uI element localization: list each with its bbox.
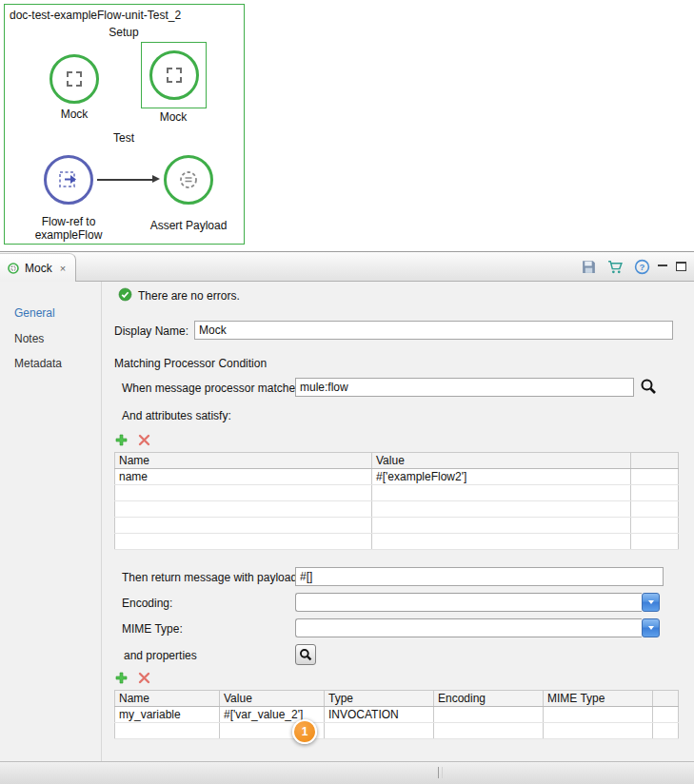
attributes-table: Name Value name #['exampleFlow2']: [114, 452, 679, 550]
payload-input[interactable]: [295, 567, 664, 586]
status-bar: [0, 761, 694, 784]
search-icon[interactable]: [640, 378, 657, 395]
column-header-name[interactable]: Name: [115, 453, 372, 469]
mock-node-1[interactable]: [50, 54, 99, 104]
attributes-label: And attributes satisfy:: [122, 409, 231, 422]
mime-type-label: MIME Type:: [122, 622, 183, 636]
attributes-table-header-row: Name Value: [115, 453, 679, 469]
flow-ref-icon: [44, 155, 93, 205]
mime-type-dropdown-button[interactable]: [642, 618, 660, 637]
mock-node-2-label: Mock: [145, 111, 202, 125]
table-row[interactable]: [115, 723, 679, 739]
display-name-input[interactable]: [194, 321, 673, 340]
cell-name[interactable]: my_variable: [115, 707, 220, 723]
status-message: There are no errors.: [138, 289, 240, 303]
flow-title: doc-test-exampleFlow-unit-Test_2: [10, 9, 181, 22]
mock-node-1-label: Mock: [46, 108, 103, 122]
properties-table-header-row: Name Value Type Encoding MIME Type: [115, 691, 679, 707]
display-name-label: Display Name:: [114, 324, 188, 338]
plus-icon: [115, 672, 128, 684]
column-header-encoding[interactable]: Encoding: [434, 691, 544, 707]
properties-table: Name Value Type Encoding MIME Type my_va…: [114, 690, 679, 739]
mock-icon: [50, 54, 99, 104]
properties-view: Mock × ?: [0, 251, 694, 761]
mock-inner-icon: [67, 71, 82, 87]
cell-name[interactable]: name: [115, 469, 372, 485]
column-header-name[interactable]: Name: [115, 691, 220, 707]
annotation-badge-1: 1: [292, 719, 317, 744]
flow-ref-glyph: [56, 167, 81, 192]
help-icon[interactable]: ?: [634, 259, 650, 275]
column-header-type[interactable]: Type: [325, 691, 434, 707]
tab-close-icon[interactable]: ×: [60, 263, 66, 274]
app-window: doc-test-exampleFlow-unit-Test_2 Setup M…: [0, 0, 694, 784]
cell-encoding[interactable]: [434, 707, 544, 723]
table-row[interactable]: my_variable #['var_value_2'] INVOCATION: [115, 707, 679, 723]
no-errors-check-icon: [118, 287, 132, 304]
svg-text:?: ?: [640, 262, 645, 272]
column-header-mime[interactable]: MIME Type: [544, 691, 653, 707]
minimize-icon[interactable]: [658, 265, 667, 273]
resize-grip[interactable]: [438, 767, 443, 778]
window-controls: [658, 260, 686, 273]
mock-tab-icon: [8, 263, 19, 274]
encoding-dropdown-button[interactable]: [642, 593, 660, 612]
assert-payload-icon: [164, 155, 213, 205]
encoding-label: Encoding:: [122, 597, 172, 610]
table-row[interactable]: name #['exampleFlow2']: [115, 469, 679, 485]
properties-label: and properties: [124, 649, 197, 662]
cell-mime[interactable]: [544, 707, 653, 723]
sidebar-item-notes[interactable]: Notes: [0, 332, 101, 345]
add-attribute-button[interactable]: [115, 434, 128, 446]
column-header-value[interactable]: Value: [372, 453, 631, 469]
table-row[interactable]: [115, 501, 679, 518]
connector-arrowhead: [152, 175, 160, 183]
table-row[interactable]: [115, 534, 679, 550]
mime-type-combobox[interactable]: [295, 618, 660, 637]
properties-search-button[interactable]: [295, 644, 316, 665]
delete-property-button[interactable]: [138, 672, 150, 684]
chevron-down-icon: [648, 626, 654, 630]
maximize-icon[interactable]: [676, 262, 686, 271]
mock-icon: [149, 50, 199, 100]
encoding-combobox[interactable]: [295, 593, 660, 612]
cell-type[interactable]: INVOCATION: [325, 707, 434, 723]
assert-payload-glyph: [177, 168, 200, 191]
flow-ref-node-label: Flow-ref to exampleFlow: [21, 216, 116, 243]
sidebar-item-metadata[interactable]: Metadata: [0, 357, 101, 370]
mock-inner-icon: [167, 68, 182, 83]
encoding-value[interactable]: [295, 593, 642, 612]
matcher-label: When message processor matches:: [122, 382, 304, 395]
table-row[interactable]: [115, 518, 679, 534]
save-icon[interactable]: [581, 259, 597, 275]
cart-icon[interactable]: [607, 259, 624, 275]
matcher-input[interactable]: [295, 378, 634, 397]
cell-value[interactable]: #['exampleFlow2']: [372, 469, 631, 485]
assert-payload-node-label: Assert Payload: [141, 220, 236, 233]
column-header-extra: [653, 691, 679, 707]
column-header-extra: [631, 453, 679, 469]
tab-mock[interactable]: Mock ×: [0, 253, 76, 282]
delete-attribute-button[interactable]: [138, 434, 150, 446]
flow-canvas[interactable]: [4, 4, 245, 245]
column-header-value[interactable]: Value: [220, 691, 325, 707]
cell-extra[interactable]: [653, 707, 679, 723]
add-property-button[interactable]: [115, 672, 128, 684]
cell-extra[interactable]: [631, 469, 679, 485]
section-title: Matching Processor Condition: [114, 357, 267, 370]
flow-ref-node[interactable]: [44, 155, 93, 205]
plus-icon: [115, 434, 128, 446]
connector-line: [97, 179, 152, 181]
mock-node-2[interactable]: [149, 50, 199, 100]
payload-label: Then return message with payload:: [122, 571, 300, 584]
table-row[interactable]: [115, 485, 679, 501]
sidebar-divider: [101, 282, 102, 762]
x-icon: [138, 434, 150, 446]
assert-payload-node[interactable]: [164, 155, 213, 205]
mime-type-value[interactable]: [295, 618, 642, 637]
setup-scope-label: Setup: [62, 27, 186, 40]
x-icon: [138, 672, 150, 684]
sidebar-item-general[interactable]: General: [0, 306, 101, 320]
test-scope-label: Test: [62, 132, 186, 146]
view-toolbar: ?: [581, 259, 650, 275]
